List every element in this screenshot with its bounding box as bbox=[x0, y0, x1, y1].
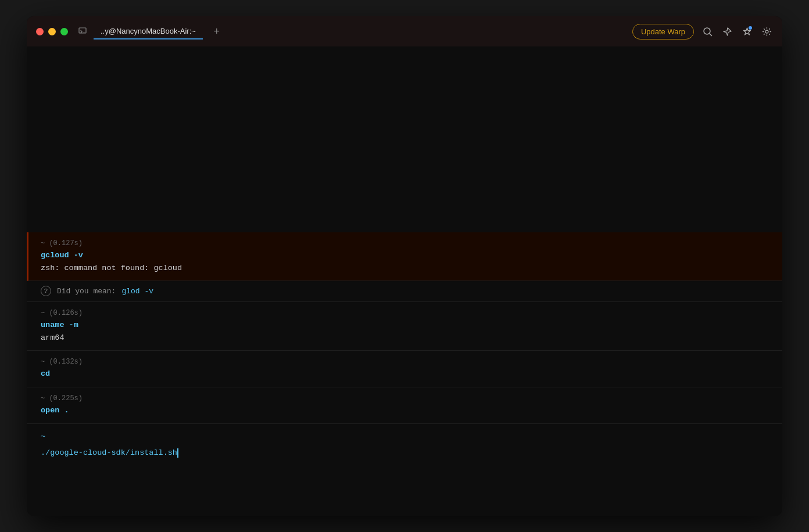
did-you-mean-bar: ? Did you mean: glod -v bbox=[27, 281, 782, 303]
current-prompt: ~ bbox=[27, 424, 782, 445]
update-warp-button[interactable]: Update Warp bbox=[632, 24, 694, 39]
terminal-window: ..y@NancynoMacBook-Air:~ + Update Warp bbox=[27, 16, 782, 516]
cmd-input-4: open . bbox=[41, 405, 768, 416]
active-tab[interactable]: ..y@NancynoMacBook-Air:~ bbox=[94, 24, 203, 39]
minimize-button[interactable] bbox=[48, 28, 56, 35]
ai-dot bbox=[749, 26, 752, 30]
search-icon[interactable] bbox=[701, 25, 714, 38]
svg-rect-0 bbox=[79, 28, 86, 33]
svg-line-3 bbox=[709, 33, 711, 35]
cmd-input-3: cd bbox=[41, 368, 768, 380]
settings-icon[interactable] bbox=[760, 25, 773, 38]
maximize-button[interactable] bbox=[60, 28, 68, 35]
terminal-empty-space bbox=[27, 46, 782, 232]
close-button[interactable] bbox=[36, 28, 44, 35]
ai-icon[interactable] bbox=[740, 25, 753, 38]
cmd-time-4: ~ (0.225s) bbox=[41, 393, 768, 404]
command-block-cd: ~ (0.132s) cd bbox=[27, 351, 782, 387]
cmd-time-3: ~ (0.132s) bbox=[41, 357, 768, 367]
tab-icon bbox=[77, 26, 88, 37]
traffic-lights bbox=[36, 28, 68, 35]
cmd-error-1: zsh: command not found: gcloud bbox=[41, 263, 768, 274]
new-tab-button[interactable]: + bbox=[210, 24, 224, 38]
titlebar-actions: Update Warp bbox=[632, 24, 773, 39]
did-you-mean-label: Did you mean: bbox=[57, 286, 116, 297]
pin-icon[interactable] bbox=[721, 25, 733, 38]
command-block-uname: ~ (0.126s) uname -m arm64 bbox=[27, 302, 782, 351]
text-cursor bbox=[177, 448, 178, 458]
cmd-output-2: arm64 bbox=[41, 332, 768, 344]
command-block-gcloud: ~ (0.127s) gcloud -v zsh: command not fo… bbox=[27, 232, 782, 281]
terminal-body[interactable]: ~ (0.127s) gcloud -v zsh: command not fo… bbox=[27, 46, 782, 516]
current-input-line[interactable]: ./google-cloud-sdk/install.sh bbox=[27, 445, 782, 468]
tab-label: ..y@NancynoMacBook-Air:~ bbox=[101, 27, 196, 35]
cmd-input-2: uname -m bbox=[41, 319, 768, 331]
current-input-text: ./google-cloud-sdk/install.sh bbox=[41, 447, 177, 459]
tab-bar: ..y@NancynoMacBook-Air:~ + bbox=[77, 24, 224, 39]
command-block-open: ~ (0.225s) open . bbox=[27, 387, 782, 424]
svg-point-4 bbox=[765, 30, 768, 33]
titlebar: ..y@NancynoMacBook-Air:~ + Update Warp bbox=[27, 16, 782, 46]
help-icon: ? bbox=[41, 286, 51, 296]
cmd-time-1: ~ (0.127s) bbox=[41, 238, 768, 249]
cmd-input-1: gcloud -v bbox=[41, 250, 768, 261]
cmd-time-2: ~ (0.126s) bbox=[41, 308, 768, 318]
did-you-mean-suggestion[interactable]: glod -v bbox=[121, 286, 153, 297]
